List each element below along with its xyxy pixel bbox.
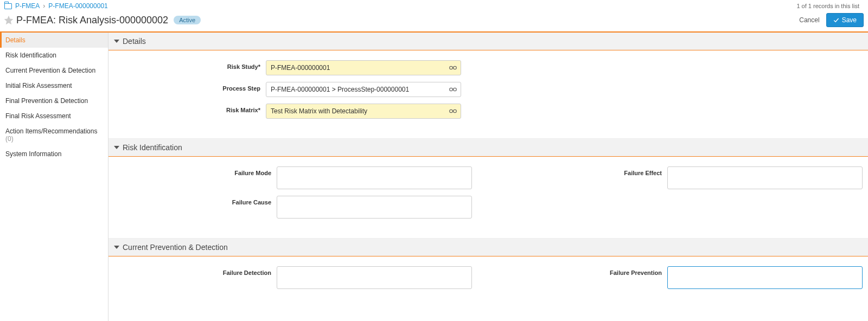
failure-mode-input[interactable] xyxy=(277,166,472,189)
label-failure-prevention: Failure Prevention xyxy=(505,266,667,276)
records-count: 1 of 1 records in this list xyxy=(796,3,864,9)
failure-prevention-input[interactable] xyxy=(667,266,863,289)
failure-cause-input[interactable] xyxy=(277,196,472,219)
label-failure-mode: Failure Mode xyxy=(114,166,277,176)
section-current-prevention: Current Prevention & Detection Failure D… xyxy=(108,239,868,321)
sidebar-item-label: Action Items/Recommendations xyxy=(5,127,97,135)
breadcrumb-root-link[interactable]: P-FMEA xyxy=(15,2,40,10)
sidebar-item-system-info[interactable]: System Information xyxy=(0,146,108,162)
process-step-input[interactable] xyxy=(266,82,461,97)
binoculars-icon[interactable] xyxy=(449,65,457,70)
svg-point-0 xyxy=(450,66,453,69)
breadcrumb: P-FMEA › P-FMEA-000000001 xyxy=(4,2,108,10)
section-header-risk-identification[interactable]: Risk Identification xyxy=(108,139,868,157)
sidebar-item-label: Risk Identification xyxy=(5,52,56,59)
binoculars-icon[interactable] xyxy=(449,108,457,114)
section-header-details[interactable]: Details xyxy=(108,33,868,50)
svg-point-4 xyxy=(450,110,453,113)
risk-study-input[interactable] xyxy=(266,60,461,75)
check-icon xyxy=(833,17,839,23)
sidebar-item-initial-risk[interactable]: Initial Risk Assessment xyxy=(0,78,108,93)
save-button[interactable]: Save xyxy=(826,13,864,27)
section-title: Risk Identification xyxy=(123,143,182,152)
sidebar-item-label: System Information xyxy=(5,150,61,158)
label-risk-study: Risk Study* xyxy=(114,60,266,70)
sidebar-item-label: Final Risk Assessment xyxy=(5,112,71,120)
label-failure-detection: Failure Detection xyxy=(114,266,277,276)
sidebar: Details Risk Identification Current Prev… xyxy=(0,33,108,321)
sidebar-item-label: Details xyxy=(5,36,25,44)
caret-down-icon xyxy=(114,146,119,149)
caret-down-icon xyxy=(114,40,119,43)
label-failure-cause: Failure Cause xyxy=(114,196,277,206)
page-title: P-FMEA: Risk Analysis-000000002 xyxy=(16,15,168,26)
label-risk-matrix: Risk Matrix* xyxy=(114,104,266,113)
sidebar-item-details[interactable]: Details xyxy=(0,33,108,48)
failure-detection-input[interactable] xyxy=(277,266,472,289)
save-button-label: Save xyxy=(842,16,857,24)
svg-point-5 xyxy=(454,110,457,113)
cancel-button[interactable]: Cancel xyxy=(793,13,826,27)
caret-down-icon xyxy=(114,246,119,249)
sidebar-item-count: (0) xyxy=(5,135,14,143)
folder-icon xyxy=(4,3,12,9)
binoculars-icon[interactable] xyxy=(449,87,457,92)
sidebar-item-current-prevention[interactable]: Current Prevention & Detection xyxy=(0,63,108,78)
main-content: Details Risk Study* Process Step xyxy=(108,33,868,321)
svg-point-3 xyxy=(454,88,457,91)
sidebar-item-final-prevention[interactable]: Final Prevention & Detection xyxy=(0,93,108,108)
sidebar-item-label: Initial Risk Assessment xyxy=(5,82,72,89)
section-title: Details xyxy=(123,37,146,46)
svg-point-1 xyxy=(454,66,457,69)
failure-effect-input[interactable] xyxy=(667,166,863,189)
risk-matrix-input[interactable] xyxy=(266,104,461,119)
label-process-step: Process Step xyxy=(114,82,266,92)
section-risk-identification: Risk Identification Failure Mode Failure… xyxy=(108,139,868,239)
section-details: Details Risk Study* Process Step xyxy=(108,33,868,139)
section-header-current-prevention[interactable]: Current Prevention & Detection xyxy=(108,239,868,256)
section-title: Current Prevention & Detection xyxy=(123,243,228,252)
sidebar-item-action-items[interactable]: Action Items/Recommendations (0) xyxy=(0,124,108,146)
breadcrumb-separator: › xyxy=(43,2,45,10)
breadcrumb-current-link[interactable]: P-FMEA-000000001 xyxy=(48,2,107,10)
sidebar-item-risk-identification[interactable]: Risk Identification xyxy=(0,48,108,63)
status-badge: Active xyxy=(174,16,201,24)
svg-point-2 xyxy=(450,88,453,91)
favorite-star-icon[interactable] xyxy=(3,15,14,25)
sidebar-item-label: Final Prevention & Detection xyxy=(5,97,88,105)
sidebar-item-label: Current Prevention & Detection xyxy=(5,67,95,74)
sidebar-item-final-risk[interactable]: Final Risk Assessment xyxy=(0,108,108,124)
label-failure-effect: Failure Effect xyxy=(505,166,667,176)
